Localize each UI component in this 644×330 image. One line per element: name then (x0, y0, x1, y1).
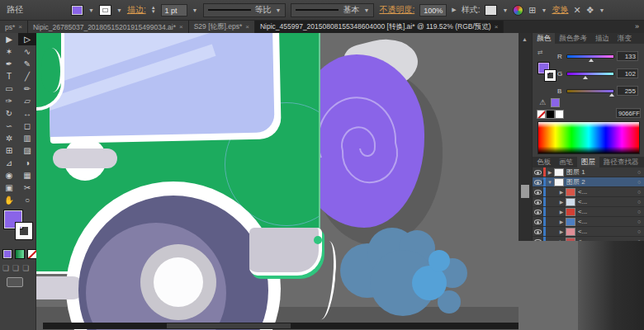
color-spectrum[interactable] (537, 121, 640, 154)
opacity-link[interactable]: 不透明度: (379, 4, 414, 16)
tab-overflow-icon[interactable]: » (630, 21, 644, 33)
channel-slider[interactable] (566, 72, 614, 76)
align-icon[interactable]: ⊞ (528, 5, 536, 16)
layer-name[interactable]: 图层 2 (566, 177, 634, 186)
pencil-tool[interactable]: ✑ (0, 95, 18, 107)
target-circle-icon[interactable]: ○ (634, 189, 644, 195)
layer-name[interactable]: <... (578, 188, 634, 196)
gamut-swatch[interactable] (551, 98, 560, 107)
vertical-scrollbar-thumb[interactable] (521, 185, 529, 198)
eraser-tool[interactable]: ▱ (18, 95, 36, 107)
column-graph-tool[interactable]: ▦ (18, 169, 36, 182)
target-circle-icon[interactable]: ○ (634, 199, 644, 205)
visibility-toggle[interactable] (533, 180, 543, 185)
fill-caret-icon[interactable]: ▼ (88, 7, 94, 13)
toolbar-stroke-swatch[interactable] (16, 223, 32, 239)
width-profile-select[interactable]: 等比 ▼ (203, 3, 286, 17)
symbol-sprayer-tool[interactable]: ✲ (0, 132, 18, 144)
screen-mode-button[interactable] (7, 277, 23, 287)
panel-tab[interactable]: 描边 (591, 33, 613, 44)
vertical-scrollbar[interactable]: ▲ (519, 33, 532, 241)
document-tab[interactable]: Nipic_455997_20150808155348604000 [转换].a… (255, 21, 504, 33)
zoom-tool[interactable]: ○ (18, 194, 36, 206)
sublayer-row[interactable]: ▶<...○ (533, 217, 644, 227)
layer-name[interactable]: 图层 1 (566, 167, 634, 177)
scale-tool[interactable]: ↔ (18, 107, 36, 120)
select-similar-caret-icon[interactable]: ▼ (599, 7, 605, 13)
pen-tool[interactable]: ✒ (0, 58, 18, 70)
none-swatch[interactable] (537, 110, 546, 119)
visibility-toggle[interactable] (533, 190, 543, 195)
visibility-toggle[interactable] (533, 219, 543, 224)
layer-name[interactable]: <... (578, 208, 634, 215)
sublayer-row[interactable]: ▶<...○ (533, 227, 644, 237)
visibility-toggle[interactable] (533, 200, 543, 205)
visibility-toggle[interactable] (533, 170, 543, 175)
slider-thumb-icon[interactable] (589, 59, 594, 62)
direct-selection-tool[interactable]: ▷ (18, 33, 36, 45)
layer-thumbnail[interactable] (566, 228, 575, 236)
hand-tool[interactable]: ✋ (0, 194, 18, 206)
layer-thumbnail[interactable] (566, 188, 575, 196)
target-circle-icon[interactable]: ○ (634, 219, 644, 224)
white-swatch[interactable] (555, 110, 564, 119)
draw-normal-icon[interactable]: ❏ (2, 264, 9, 272)
panel-tab[interactable]: 图层 (577, 157, 599, 167)
channel-slider[interactable] (566, 54, 614, 59)
expand-arrow-icon[interactable]: ▶ (557, 229, 566, 234)
lasso-tool[interactable]: ∿ (18, 45, 36, 58)
recolor-artwork-icon[interactable] (513, 5, 523, 16)
mirror-shape[interactable] (41, 48, 63, 92)
graph-tool[interactable]: ▥ (18, 132, 36, 144)
fill-color-swatch[interactable] (71, 5, 83, 16)
layer-thumbnail[interactable] (566, 198, 575, 206)
canvas[interactable] (36, 33, 519, 330)
channel-value-field[interactable]: 133 (617, 51, 638, 61)
paintbrush-tool[interactable]: ✏ (18, 82, 36, 95)
stroke-color-swatch[interactable] (99, 5, 111, 16)
mesh-tool[interactable]: ⊞ (0, 144, 18, 157)
panel-tab[interactable]: 渐变 (613, 33, 636, 44)
expand-arrow-icon[interactable]: ▶ (557, 189, 566, 195)
door-handle-shape[interactable] (53, 148, 117, 168)
layer-row[interactable]: ▼图层 2○ (533, 177, 644, 187)
swap-colors-icon[interactable]: ⇄ (537, 49, 546, 56)
slider-thumb-icon[interactable] (609, 93, 614, 97)
draw-inside-icon[interactable]: ❏ (22, 264, 29, 272)
document-tab[interactable]: S29 [轮廓].eps*× (189, 21, 255, 33)
type-tool[interactable]: T (0, 70, 18, 82)
color-mode-button[interactable] (2, 249, 12, 259)
visibility-toggle[interactable] (533, 229, 543, 234)
transform-link[interactable]: 变换 (552, 4, 569, 16)
gradient-tool[interactable]: ▨ (18, 144, 36, 157)
rear-fender-shape[interactable] (249, 228, 322, 276)
sublayer-row[interactable]: ▶<...○ (533, 187, 644, 197)
target-circle-icon[interactable]: ○ (634, 169, 644, 175)
rotate-tool[interactable]: ↻ (0, 107, 18, 120)
layer-row[interactable]: ▶图层 1○ (533, 167, 644, 177)
tab-close-icon[interactable]: × (245, 23, 249, 31)
target-circle-icon[interactable]: ○ (634, 229, 644, 234)
channel-value-field[interactable]: 102 (617, 68, 638, 78)
panel-tab[interactable]: 色板 (533, 157, 555, 167)
artboard-tool[interactable]: ▣ (0, 182, 18, 194)
sublayer-row[interactable]: ▶<...○ (533, 207, 644, 217)
arrange-icon[interactable]: ✕ (574, 5, 581, 16)
panel-tab[interactable]: 画笔 (555, 157, 577, 167)
black-swatch[interactable] (546, 110, 555, 119)
gamut-warning-icon[interactable]: ⚠ (539, 98, 546, 106)
window-frame-shape[interactable] (48, 33, 282, 144)
target-circle-icon[interactable]: ○ (634, 209, 644, 214)
stroke-link[interactable]: 描边: (127, 4, 146, 16)
free-transform-tool[interactable]: ◻ (18, 120, 36, 132)
stroke-weight-caret-icon[interactable]: ▼ (192, 7, 198, 13)
panel-tab[interactable]: 颜色 (533, 33, 555, 44)
live-paint-bucket-tool[interactable]: ◉ (0, 169, 18, 182)
cloud-puff-light[interactable] (429, 250, 450, 271)
slider-thumb-icon[interactable] (583, 76, 588, 79)
gradient-mode-button[interactable] (15, 249, 25, 259)
panel-tab[interactable]: 路径查找器 (599, 157, 643, 167)
opacity-field[interactable]: 100% (419, 4, 447, 16)
layer-thumbnail[interactable] (554, 168, 564, 177)
hub-center-shape[interactable] (154, 257, 203, 307)
